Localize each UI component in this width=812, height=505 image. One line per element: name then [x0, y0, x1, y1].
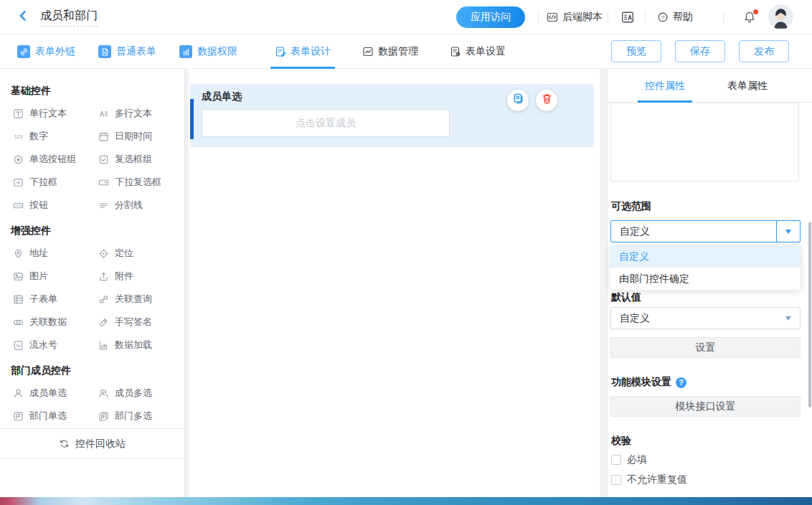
- widget-item[interactable]: BTN 按钮: [13, 194, 98, 217]
- page-title[interactable]: 成员和部门: [40, 9, 98, 27]
- checkbox-row[interactable]: 必填: [611, 453, 647, 466]
- widget-item[interactable]: 子表单: [13, 288, 98, 311]
- copy-field-button[interactable]: [507, 90, 529, 111]
- dropdown-multi-icon: [98, 177, 109, 188]
- widget-item[interactable]: 部门单选: [13, 405, 98, 428]
- widget-sidebar: 基础控件 单行文本 多行文本 123 数字 日期时间 单选按钮组 复选框组 下拉…: [0, 69, 185, 505]
- subform-icon: [13, 294, 24, 305]
- question-icon[interactable]: ?: [676, 377, 686, 388]
- number-icon: 123: [13, 131, 24, 142]
- range-select[interactable]: 自定义: [610, 220, 801, 242]
- widget-item[interactable]: 地址: [13, 242, 98, 265]
- link-icon: [17, 45, 30, 58]
- address-icon: [13, 248, 24, 259]
- widget-sections: 基础控件 单行文本 多行文本 123 数字 日期时间 单选按钮组 复选框组 下拉…: [0, 69, 184, 428]
- member-picker-input[interactable]: 点击设置成员: [202, 109, 450, 137]
- form-canvas: 成员单选 点击设置成员: [189, 69, 600, 505]
- default-value-label: 默认值: [611, 291, 641, 304]
- help-button[interactable]: ? 帮助: [657, 0, 693, 34]
- button-icon: BTN: [13, 200, 24, 211]
- copy-icon: [512, 93, 524, 108]
- module-api-button[interactable]: 模块接口设置: [610, 396, 801, 417]
- toolbar-action-button[interactable]: 保存: [675, 40, 725, 62]
- widget-item[interactable]: 关联查询: [98, 288, 184, 311]
- member-single-icon: [13, 388, 24, 399]
- widget-section: 部门成员控件 成员单选 成员多选 部门单选 部门多选: [0, 363, 184, 428]
- dropdown-option[interactable]: 自定义: [610, 245, 801, 268]
- code-icon: [547, 11, 558, 23]
- widget-item[interactable]: 日期时间: [98, 125, 184, 148]
- signature-icon: [98, 317, 109, 328]
- selected-field-card[interactable]: 成员单选 点击设置成员: [190, 84, 594, 147]
- widget-item[interactable]: 附件: [98, 265, 184, 288]
- widget-item[interactable]: 关联数据: [13, 311, 98, 334]
- form-designer-app: 成员和部门 应用访问 后端脚本 ? 帮助: [0, 0, 812, 505]
- widget-item[interactable]: 多行文本: [98, 102, 184, 125]
- validation-label: 校验: [611, 435, 631, 448]
- properties-panel: 控件属性表单属性 可选范围 自定义 自定义由部门控件确定 默认值 自定义 设置 …: [607, 69, 812, 505]
- checkbox[interactable]: [611, 475, 621, 485]
- form-type-tab[interactable]: 数据权限: [179, 45, 237, 58]
- avatar[interactable]: [768, 4, 793, 29]
- toolbar-action-button[interactable]: 预览: [611, 40, 661, 62]
- checkbox-row[interactable]: 不允许重复值: [611, 473, 687, 486]
- delete-icon: [541, 93, 553, 108]
- widget-item[interactable]: 123 数字: [13, 125, 98, 148]
- data-manage-icon: [362, 46, 374, 57]
- svg-text:?: ?: [661, 14, 665, 21]
- widget-item[interactable]: 下拉复选框: [98, 171, 184, 194]
- section-title: 增强控件: [11, 223, 184, 237]
- divider-icon: [98, 200, 109, 211]
- widget-item[interactable]: 手写签名: [98, 311, 184, 334]
- widget-item[interactable]: 下拉框: [13, 171, 98, 194]
- panel-tab[interactable]: 表单属性: [727, 69, 768, 103]
- checkbox-group-icon: [98, 154, 109, 165]
- notification-dot: [753, 9, 758, 14]
- attachment-icon: [98, 271, 109, 282]
- selection-accent-bar: [190, 99, 194, 139]
- delete-field-button[interactable]: [536, 90, 557, 111]
- widget-item[interactable]: 部门多选: [98, 405, 184, 428]
- divider: [723, 11, 724, 23]
- widget-section: 增强控件 地址 定位 图片 附件 子表单 关联查询 关联数据 手写签名 № 流水…: [0, 223, 184, 357]
- widget-recycle-bin-button[interactable]: 控件回收站: [0, 428, 184, 459]
- widget-item[interactable]: № 流水号: [13, 334, 98, 357]
- widget-item[interactable]: 单选按钮组: [13, 148, 98, 171]
- recycle-icon: [59, 438, 70, 449]
- panel-scrollbar[interactable]: [808, 222, 811, 407]
- form-type-tab[interactable]: 普通表单: [98, 45, 156, 58]
- panel-tab[interactable]: 控件属性: [645, 69, 685, 103]
- back-button[interactable]: [16, 10, 30, 24]
- description-box[interactable]: [610, 103, 799, 181]
- form-design-icon: [275, 46, 286, 57]
- form-type-tab[interactable]: 表单外链: [17, 45, 75, 58]
- widget-item[interactable]: 图片: [13, 265, 98, 288]
- designer-tab[interactable]: 表单设计: [275, 34, 331, 69]
- widget-item[interactable]: 成员单选: [13, 382, 98, 405]
- default-value-select[interactable]: 自定义: [610, 307, 801, 329]
- data-permission-icon: [179, 45, 192, 58]
- designer-tab[interactable]: 表单设置: [450, 34, 506, 69]
- divider: [538, 11, 539, 23]
- image-icon: [13, 271, 24, 282]
- form-settings-icon: [450, 46, 461, 57]
- backend-script-button[interactable]: 后端脚本: [547, 0, 603, 34]
- widget-item[interactable]: 数据加载: [98, 334, 184, 357]
- dept-multi-icon: [98, 411, 109, 422]
- widget-item[interactable]: 成员多选: [98, 382, 184, 405]
- widget-item[interactable]: 分割线: [98, 194, 184, 217]
- checkbox[interactable]: [611, 455, 621, 465]
- widget-item[interactable]: 定位: [98, 242, 184, 265]
- set-default-button[interactable]: 设置: [610, 337, 801, 358]
- app-access-button[interactable]: 应用访问: [456, 6, 525, 28]
- member-multi-icon: [98, 388, 109, 399]
- panel-tabs: 控件属性表单属性: [608, 69, 812, 103]
- widget-item[interactable]: 单行文本: [13, 102, 98, 125]
- toolbar-action-button[interactable]: 发布: [739, 40, 789, 62]
- designer-tabs: 表单设计 数据管理 表单设置: [275, 34, 506, 69]
- notification-bell-button[interactable]: [743, 11, 757, 25]
- dropdown-option[interactable]: 由部门控件确定: [610, 268, 801, 290]
- widget-item[interactable]: 复选框组: [98, 148, 184, 171]
- contacts-button[interactable]: [621, 0, 634, 34]
- designer-tab[interactable]: 数据管理: [362, 34, 418, 69]
